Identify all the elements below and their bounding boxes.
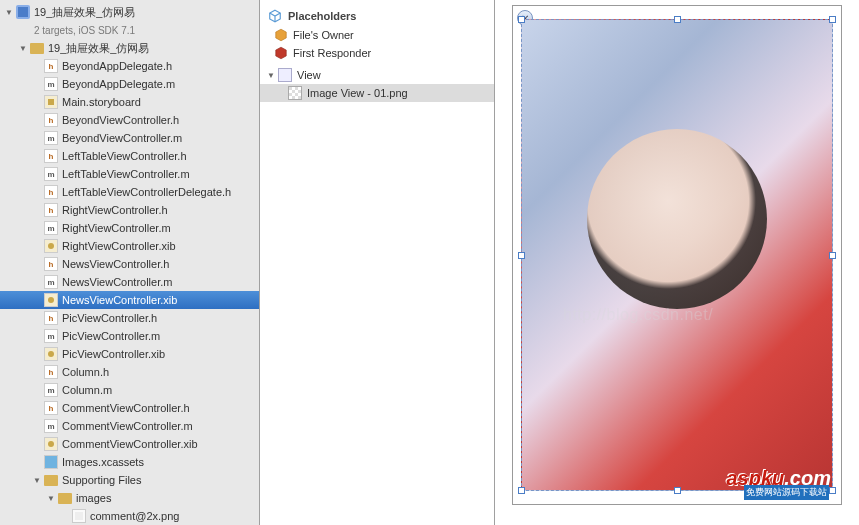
nav-item[interactable]: hRightViewController.h [0, 201, 259, 219]
nav-item[interactable]: RightViewController.xib [0, 237, 259, 255]
nav-item[interactable]: hPicViewController.h [0, 309, 259, 327]
first-responder-item[interactable]: First Responder [260, 44, 494, 62]
folder-icon [30, 41, 44, 55]
disclosure-icon [32, 367, 42, 377]
files-owner-item[interactable]: File's Owner [260, 26, 494, 44]
nav-item[interactable]: mLeftTableViewController.m [0, 165, 259, 183]
view-frame[interactable]: ✕ http://blog.csdn.net/ aspku.com 免费网站源码… [512, 5, 842, 505]
nav-item[interactable]: Main.storyboard [0, 93, 259, 111]
resize-handle[interactable] [829, 252, 836, 259]
nav-item-label: Main.storyboard [62, 96, 141, 108]
disclosure-icon [32, 79, 42, 89]
nav-item[interactable]: hLeftTableViewControllerDelegate.h [0, 183, 259, 201]
asset-icon [44, 455, 58, 469]
nav-item-label: NewsViewController.h [62, 258, 169, 270]
m-icon: m [44, 77, 58, 91]
nav-item[interactable]: comment@2x.png [0, 507, 259, 525]
nav-item-label: Images.xcassets [62, 456, 144, 468]
m-icon: m [44, 329, 58, 343]
interface-builder-canvas[interactable]: ✕ http://blog.csdn.net/ aspku.com 免费网站源码… [495, 0, 859, 525]
svg-point-3 [48, 297, 54, 303]
owner-icon [274, 28, 288, 42]
disclosure-icon [32, 313, 42, 323]
nav-item[interactable]: 19_抽屉效果_仿网易 [0, 39, 259, 57]
nav-item-label: RightViewController.m [62, 222, 171, 234]
resize-handle[interactable] [674, 487, 681, 494]
nav-item-label: BeyondViewController.m [62, 132, 182, 144]
nav-item[interactable]: hBeyondViewController.h [0, 111, 259, 129]
resize-handle[interactable] [518, 487, 525, 494]
nav-item[interactable]: mRightViewController.m [0, 219, 259, 237]
disclosure-icon [32, 385, 42, 395]
xib-icon [44, 437, 58, 451]
nav-item-label: CommentViewController.m [62, 420, 193, 432]
disclosure-icon[interactable] [4, 7, 14, 17]
svg-point-4 [48, 351, 54, 357]
nav-subtitle: 2 targets, iOS SDK 7.1 [0, 21, 259, 39]
cube-icon [268, 9, 282, 23]
resize-handle[interactable] [674, 16, 681, 23]
disclosure-icon[interactable] [266, 70, 276, 80]
nav-item[interactable]: mColumn.m [0, 381, 259, 399]
nav-item[interactable]: CommentViewController.xib [0, 435, 259, 453]
nav-item[interactable]: mNewsViewController.m [0, 273, 259, 291]
nav-item[interactable]: Images.xcassets [0, 453, 259, 471]
nav-item-label: BeyondViewController.h [62, 114, 179, 126]
nav-item[interactable]: hLeftTableViewController.h [0, 147, 259, 165]
nav-item[interactable]: hColumn.h [0, 363, 259, 381]
nav-item-label: RightViewController.xib [62, 240, 176, 252]
nav-item-label: Column.h [62, 366, 109, 378]
disclosure-icon [32, 349, 42, 359]
nav-item-label: Column.m [62, 384, 112, 396]
folder-icon [58, 491, 72, 505]
svg-point-5 [48, 441, 54, 447]
imageview-item[interactable]: Image View - 01.png [260, 84, 494, 102]
svg-point-2 [48, 243, 54, 249]
image-view-content[interactable] [521, 19, 833, 491]
nav-item[interactable]: hNewsViewController.h [0, 255, 259, 273]
disclosure-icon[interactable] [46, 493, 56, 503]
nav-item[interactable]: images [0, 489, 259, 507]
tagline-watermark: 免费网站源码下载站 [744, 485, 829, 500]
disclosure-icon [32, 259, 42, 269]
xib-icon [44, 293, 58, 307]
m-icon: m [44, 167, 58, 181]
nav-item[interactable]: mPicViewController.m [0, 327, 259, 345]
nav-item[interactable]: Supporting Files [0, 471, 259, 489]
disclosure-icon[interactable] [32, 475, 42, 485]
nav-item-label: LeftTableViewControllerDelegate.h [62, 186, 231, 198]
project-navigator[interactable]: 19_抽屉效果_仿网易2 targets, iOS SDK 7.119_抽屉效果… [0, 0, 260, 525]
view-item[interactable]: View [260, 66, 494, 84]
svg-rect-1 [48, 99, 54, 105]
nav-item[interactable]: mCommentViewController.m [0, 417, 259, 435]
nav-item-label: PicViewController.h [62, 312, 157, 324]
nav-item-label: BeyondAppDelegate.h [62, 60, 172, 72]
nav-item[interactable]: PicViewController.xib [0, 345, 259, 363]
m-icon: m [44, 275, 58, 289]
resize-handle[interactable] [829, 16, 836, 23]
responder-icon [274, 46, 288, 60]
nav-item-label: LeftTableViewController.m [62, 168, 190, 180]
disclosure-icon [32, 457, 42, 467]
m-icon: m [44, 221, 58, 235]
nav-item[interactable]: mBeyondAppDelegate.m [0, 75, 259, 93]
nav-item[interactable]: NewsViewController.xib [0, 291, 259, 309]
m-icon: m [44, 419, 58, 433]
nav-item[interactable]: 19_抽屉效果_仿网易 [0, 3, 259, 21]
document-outline[interactable]: Placeholders File's Owner First Responde… [260, 0, 495, 525]
resize-handle[interactable] [518, 252, 525, 259]
disclosure-icon[interactable] [18, 43, 28, 53]
nav-item[interactable]: hBeyondAppDelegate.h [0, 57, 259, 75]
view-icon [278, 68, 292, 82]
placeholders-header: Placeholders [260, 6, 494, 26]
h-icon: h [44, 203, 58, 217]
view-label: View [297, 69, 321, 81]
nav-item-label: BeyondAppDelegate.m [62, 78, 175, 90]
imageview-icon [288, 86, 302, 100]
files-owner-label: File's Owner [293, 29, 354, 41]
resize-handle[interactable] [518, 16, 525, 23]
h-icon: h [44, 311, 58, 325]
nav-item[interactable]: hCommentViewController.h [0, 399, 259, 417]
nav-item[interactable]: mBeyondViewController.m [0, 129, 259, 147]
folder-icon [44, 473, 58, 487]
